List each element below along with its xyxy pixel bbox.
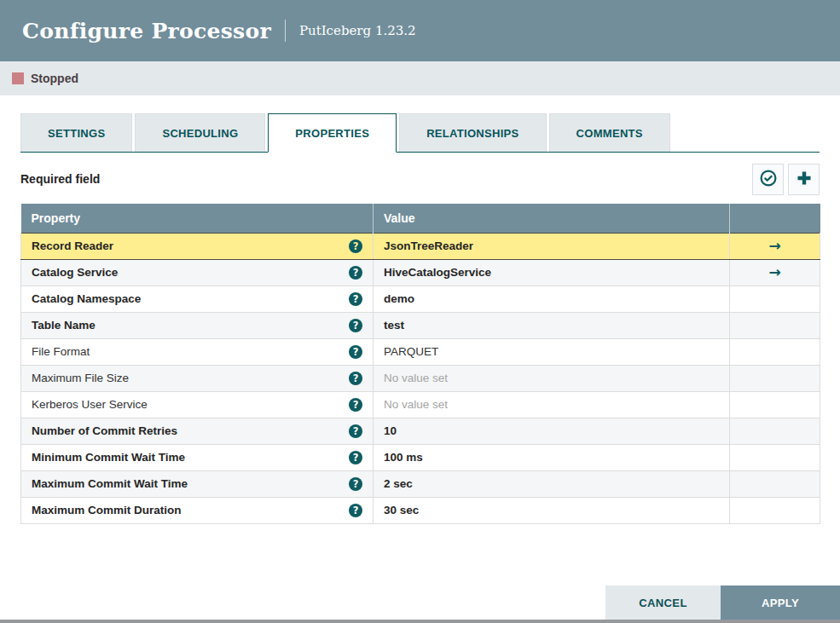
property-row[interactable]: Maximum Commit Duration?30 sec <box>21 497 820 523</box>
property-name: Minimum Commit Wait Time <box>32 451 185 464</box>
property-value-empty[interactable]: No value set <box>384 372 448 384</box>
tab-scheduling[interactable]: SCHEDULING <box>135 113 265 152</box>
property-row[interactable]: Number of Commit Retries?10 <box>21 418 820 444</box>
page-title: Configure Processor <box>22 19 271 43</box>
stopped-icon <box>12 72 24 84</box>
processor-name-version: PutIceberg 1.23.2 <box>299 23 416 38</box>
help-question-icon[interactable]: ? <box>349 504 362 517</box>
tab-relationships[interactable]: RELATIONSHIPS <box>399 113 546 152</box>
help-question-icon[interactable]: ? <box>349 266 362 280</box>
property-value[interactable]: test <box>384 319 404 332</box>
apply-button[interactable]: APPLY <box>721 586 840 620</box>
help-question-icon[interactable]: ? <box>349 424 362 438</box>
property-name: Maximum File Size <box>32 372 129 384</box>
property-row[interactable]: Catalog Namespace?demo <box>21 286 820 312</box>
column-header-actions <box>730 204 820 233</box>
property-name: Table Name <box>32 319 96 332</box>
property-name: Catalog Service <box>32 266 118 279</box>
required-field-label: Required field <box>20 172 100 186</box>
canvas-edge-strip <box>0 620 840 623</box>
property-value[interactable]: 30 sec <box>384 504 419 516</box>
property-row[interactable]: Catalog Service?HiveCatalogService→ <box>21 259 820 286</box>
tab-settings[interactable]: SETTINGS <box>20 113 132 152</box>
tab-comments[interactable]: COMMENTS <box>549 113 670 152</box>
property-value[interactable]: demo <box>384 292 414 305</box>
property-row[interactable]: Maximum Commit Wait Time?2 sec <box>21 470 820 497</box>
property-value-empty[interactable]: No value set <box>384 398 448 411</box>
property-value[interactable]: PARQUET <box>384 345 438 358</box>
help-question-icon[interactable]: ? <box>349 398 362 412</box>
title-divider <box>285 20 286 42</box>
help-question-icon[interactable]: ? <box>349 292 362 306</box>
add-property-button[interactable] <box>788 164 820 195</box>
property-row[interactable]: File Format?PARQUET <box>21 338 820 365</box>
help-question-icon[interactable]: ? <box>349 239 362 253</box>
status-bar: Stopped <box>0 61 840 95</box>
property-name: Kerberos User Service <box>32 398 148 411</box>
check-circle-icon <box>759 169 778 190</box>
property-name: Maximum Commit Wait Time <box>32 477 188 490</box>
property-row[interactable]: Kerberos User Service?No value set <box>21 391 820 418</box>
property-row[interactable]: Record Reader?JsonTreeReader→ <box>21 233 820 259</box>
property-value[interactable]: 100 ms <box>384 451 423 464</box>
column-header-property: Property <box>21 204 374 233</box>
property-name: Maximum Commit Duration <box>32 504 182 516</box>
verify-properties-button[interactable] <box>752 164 784 195</box>
dialog-footer: CANCEL APPLY <box>605 586 840 620</box>
table-header-row: Property Value <box>21 204 820 233</box>
status-label: Stopped <box>31 72 78 85</box>
help-question-icon[interactable]: ? <box>349 451 362 464</box>
property-name: Number of Commit Retries <box>32 424 177 437</box>
property-row[interactable]: Minimum Commit Wait Time?100 ms <box>21 444 820 470</box>
help-question-icon[interactable]: ? <box>349 345 362 359</box>
tab-bar: SETTINGSSCHEDULINGPROPERTIESRELATIONSHIP… <box>20 113 820 153</box>
tab-properties[interactable]: PROPERTIES <box>268 113 397 153</box>
plus-icon <box>796 170 813 189</box>
help-question-icon[interactable]: ? <box>349 372 362 385</box>
property-row[interactable]: Table Name?test <box>21 312 820 338</box>
property-value[interactable]: 2 sec <box>384 477 413 490</box>
help-question-icon[interactable]: ? <box>349 319 362 332</box>
goto-service-arrow-icon[interactable]: → <box>768 263 780 280</box>
property-value[interactable]: 10 <box>384 424 397 437</box>
dialog-titlebar: Configure Processor PutIceberg 1.23.2 <box>0 0 840 61</box>
property-name: File Format <box>32 345 90 358</box>
cancel-button[interactable]: CANCEL <box>605 586 721 620</box>
property-name: Catalog Namespace <box>32 292 141 305</box>
goto-service-arrow-icon[interactable]: → <box>768 237 780 254</box>
help-question-icon[interactable]: ? <box>349 477 362 491</box>
property-value[interactable]: HiveCatalogService <box>384 266 491 279</box>
properties-toolbar: Required field <box>20 162 820 196</box>
properties-table: Property Value Record Reader?JsonTreeRea… <box>20 204 820 524</box>
column-header-value: Value <box>374 204 730 233</box>
property-row[interactable]: Maximum File Size?No value set <box>21 365 820 391</box>
property-value[interactable]: JsonTreeReader <box>384 239 473 252</box>
property-name: Record Reader <box>32 239 113 252</box>
